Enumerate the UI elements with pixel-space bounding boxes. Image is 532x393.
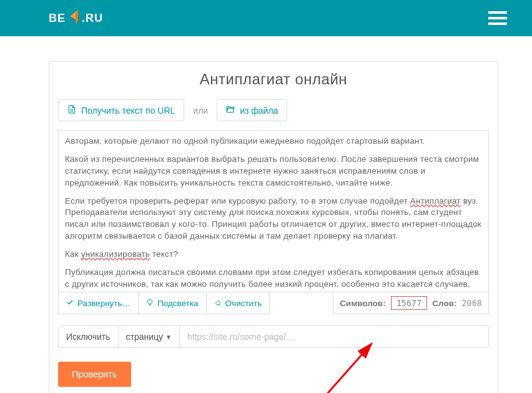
menu-icon[interactable]: [488, 11, 507, 25]
text-paragraph: Авторам, которые делают по одной публика…: [65, 136, 482, 147]
logo-text-left: BE: [49, 12, 66, 25]
check-icon: [66, 299, 74, 308]
main-card: Антиплагиат онлайн Получить текст по URL…: [49, 61, 498, 393]
exclude-type-select[interactable]: страницу ▼: [118, 326, 180, 348]
exclude-row: Исключить страницу ▼: [58, 326, 489, 348]
expand-label: Развернуть…: [77, 299, 131, 308]
logo-arrow-icon: [67, 8, 81, 29]
chars-value: 15677: [391, 296, 428, 310]
logo-text-right: .RU: [82, 12, 103, 25]
toolbar-row: Развернуть… Подсветка Очистить Символов:…: [58, 292, 489, 314]
spellcheck-word: Антиплагиат: [410, 196, 461, 206]
from-file-button[interactable]: из файла: [217, 99, 287, 121]
text-paragraph: Если требуется проверить реферат или кур…: [65, 196, 482, 243]
top-bar: BE .RU: [0, 0, 532, 36]
spellcheck-word: уникализировать: [81, 249, 150, 259]
clear-label: Очистить: [225, 299, 262, 308]
eraser-icon: [214, 299, 222, 308]
clear-button[interactable]: Очистить: [206, 292, 270, 314]
text-input-area[interactable]: Авторам, которые делают по одной публика…: [58, 130, 489, 292]
check-button[interactable]: Проверить: [58, 362, 131, 387]
expand-button[interactable]: Развернуть…: [58, 292, 139, 314]
from-file-label: из файла: [240, 106, 278, 116]
file-text-icon: [67, 105, 76, 116]
stats-box: Символов: 15677 Слов: 2068: [333, 292, 489, 314]
source-actions-row: Получить текст по URL или из файла: [58, 99, 489, 121]
bulb-icon: [146, 299, 154, 308]
exclude-type-value: страницу: [126, 332, 164, 342]
chars-label: Символов:: [340, 299, 386, 308]
get-text-by-url-label: Получить текст по URL: [81, 106, 175, 116]
text-paragraph: Публикация должна писаться своими словам…: [65, 267, 482, 292]
exclude-url-input[interactable]: [179, 326, 489, 348]
highlight-label: Подсветка: [157, 299, 199, 308]
get-text-by-url-button[interactable]: Получить текст по URL: [58, 99, 184, 121]
caret-down-icon: ▼: [165, 334, 172, 341]
highlight-button[interactable]: Подсветка: [138, 292, 207, 314]
or-text: или: [193, 106, 208, 116]
page-title: Антиплагиат онлайн: [58, 71, 489, 88]
logo[interactable]: BE .RU: [49, 8, 103, 29]
words-value: 2068: [461, 298, 482, 308]
text-paragraph: Какой из перечисленных вариантов выбрать…: [65, 154, 482, 189]
text-paragraph: Как уникализировать текст?: [65, 249, 482, 261]
exclude-label: Исключить: [58, 326, 119, 348]
words-label: Слов:: [432, 299, 456, 308]
folder-open-icon: [226, 105, 235, 116]
